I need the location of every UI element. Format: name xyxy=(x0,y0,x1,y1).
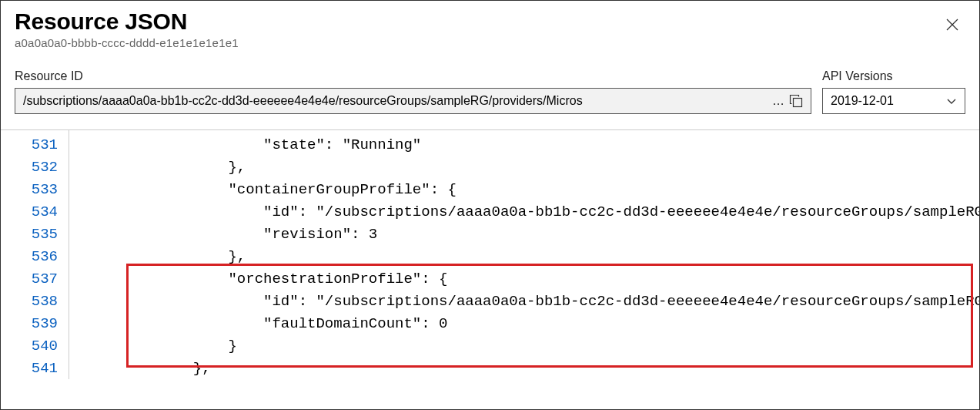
line-number: 538 xyxy=(1,293,69,310)
code-text: "containerGroupProfile": { xyxy=(88,181,979,198)
code-line: 537 "orchestrationProfile": { xyxy=(1,267,979,290)
panel-header: Resource JSON a0a0a0a0-bbbb-cccc-dddd-e1… xyxy=(1,1,979,55)
code-line: 532 }, xyxy=(1,156,979,178)
line-number: 535 xyxy=(1,226,69,243)
code-line: 538 "id": "/subscriptions/aaaa0a0a-bb1b-… xyxy=(1,290,979,312)
code-text: "revision": 3 xyxy=(88,226,979,243)
copy-button[interactable] xyxy=(789,94,803,108)
api-versions-value: 2019-12-01 xyxy=(831,94,894,108)
copy-icon xyxy=(789,94,803,108)
api-versions-label: API Versions xyxy=(822,69,965,83)
truncated-ellipsis: … xyxy=(772,94,784,108)
code-text: "orchestrationProfile": { xyxy=(88,271,979,287)
line-number: 536 xyxy=(1,248,69,265)
close-icon xyxy=(945,18,959,32)
form-row: Resource ID /subscriptions/aaaa0a0a-bb1b… xyxy=(1,55,979,114)
line-number: 532 xyxy=(1,159,69,176)
code-line: 539 "faultDomainCount": 0 xyxy=(1,312,979,334)
code-line: 531 "state": "Running" xyxy=(1,133,979,156)
code-line: 535 "revision": 3 xyxy=(1,223,979,245)
subscription-id-subtitle: a0a0a0a0-bbbb-cccc-dddd-e1e1e1e1e1e1 xyxy=(15,36,965,49)
close-button[interactable] xyxy=(942,15,962,35)
chevron-down-icon xyxy=(946,96,957,106)
code-line: 536 }, xyxy=(1,245,979,267)
line-number: 531 xyxy=(1,136,69,153)
page-title: Resource JSON xyxy=(15,8,965,35)
code-line: 534 "id": "/subscriptions/aaaa0a0a-bb1b-… xyxy=(1,200,979,223)
resource-id-label: Resource ID xyxy=(15,69,811,83)
code-line: 540 } xyxy=(1,334,979,357)
api-versions-field: API Versions 2019-12-01 xyxy=(822,69,965,114)
code-text: "id": "/subscriptions/aaaa0a0a-bb1b-cc2c… xyxy=(88,293,979,310)
line-number: 534 xyxy=(1,203,69,220)
line-number: 539 xyxy=(1,315,69,332)
line-number: 540 xyxy=(1,338,69,355)
code-viewer[interactable]: 531 "state": "Running"532 },533 "contain… xyxy=(1,129,979,379)
code-line: 541 }, xyxy=(1,357,979,379)
line-number: 533 xyxy=(1,181,69,198)
code-text: "state": "Running" xyxy=(88,136,979,153)
code-text: "faultDomainCount": 0 xyxy=(88,315,979,332)
code-text: }, xyxy=(88,159,979,176)
resource-id-input[interactable]: /subscriptions/aaaa0a0a-bb1b-cc2c-dd3d-e… xyxy=(15,88,811,114)
code-text: }, xyxy=(88,360,979,377)
api-versions-select[interactable]: 2019-12-01 xyxy=(822,88,965,114)
svg-rect-2 xyxy=(794,99,802,107)
code-text: "id": "/subscriptions/aaaa0a0a-bb1b-cc2c… xyxy=(88,203,979,220)
code-text: } xyxy=(88,338,979,355)
resource-id-field: Resource ID /subscriptions/aaaa0a0a-bb1b… xyxy=(15,69,811,114)
code-line: 533 "containerGroupProfile": { xyxy=(1,178,979,200)
code-text: }, xyxy=(88,248,979,265)
line-number: 541 xyxy=(1,360,69,377)
line-number: 537 xyxy=(1,271,69,287)
resource-id-value: /subscriptions/aaaa0a0a-bb1b-cc2c-dd3d-e… xyxy=(23,94,769,108)
